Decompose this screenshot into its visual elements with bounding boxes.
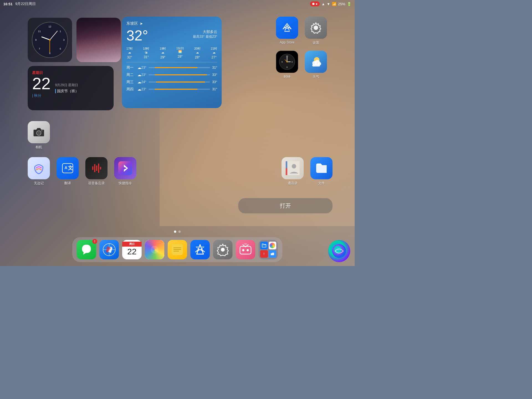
day-row-mon: 周一 ☁ 23° 31° <box>126 65 217 70</box>
cal-right: 9月29日 星期日 国庆节（班） <box>55 70 109 106</box>
app-contacts[interactable]: 通讯录 <box>282 157 304 186</box>
dock-photos-icon <box>145 240 164 259</box>
app-voice-memo[interactable]: 语音备忘录 <box>85 157 108 186</box>
dock-safari[interactable] <box>99 240 119 259</box>
day-thu-high: 31° <box>212 87 217 91</box>
app-files[interactable]: 文件 <box>310 157 332 186</box>
dock-messages[interactable]: ! <box>77 240 96 259</box>
app-shortcuts-label: 快捷指令 <box>119 181 132 186</box>
hour-20-time: 20时 <box>194 47 201 51</box>
app-translate-icon: A 文 <box>57 157 79 179</box>
app-clock-icon: 12 3 6 9 <box>276 51 298 73</box>
clock-face: 12 1 3 5 6 7 9 11 <box>32 22 68 58</box>
svg-rect-38 <box>173 247 181 248</box>
day-tue-low: 23° <box>141 73 146 77</box>
day-mon-bar-fill <box>155 67 198 68</box>
day-wed-high: 33° <box>212 80 217 84</box>
app-settings[interactable]: 设置 <box>305 17 327 45</box>
app-camera[interactable]: 相机 <box>28 121 50 150</box>
weather-condition: 大部多云 最高33° 最低23° <box>193 29 217 39</box>
messages-badge: ! <box>92 239 97 244</box>
dock-folder-icon-1 <box>260 242 268 249</box>
clock-9: 9 <box>35 39 37 41</box>
svg-rect-19 <box>92 166 93 170</box>
dock-appstore[interactable] <box>190 240 210 259</box>
app-voice-memo-label: 语音备忘录 <box>88 181 105 186</box>
wifi-icon2: 📶 <box>332 2 336 6</box>
svg-text:A: A <box>285 24 290 32</box>
cal-event: 国庆节（班） <box>55 89 109 94</box>
dock-folder[interactable]: ! <box>259 240 278 259</box>
day-tue-icon: ☁ <box>137 73 141 77</box>
svg-rect-24 <box>118 161 132 175</box>
dock-photos[interactable] <box>145 240 164 259</box>
clock-center <box>49 39 51 41</box>
app-grid-right: A App Store 设置 12 3 6 9 <box>276 17 327 79</box>
svg-rect-23 <box>100 167 101 170</box>
day-mon-high: 31° <box>212 66 217 70</box>
dock-folder-icon-2 <box>269 242 277 249</box>
app-shortcuts[interactable]: 快捷指令 <box>114 157 136 186</box>
hour-18-icon: 🌤 <box>143 51 149 54</box>
dock-calendar[interactable]: 周日 22 <box>122 240 142 259</box>
day-tue-name: 周二 <box>126 72 137 77</box>
app-camera-label: 相机 <box>35 145 42 150</box>
svg-text:9: 9 <box>282 61 283 63</box>
minute-hand <box>50 30 58 40</box>
cal-left: 星期日 22 秋分 <box>32 70 51 106</box>
svg-rect-21 <box>96 165 97 171</box>
app-translate[interactable]: A 文 翻译 <box>57 157 79 186</box>
app-files-label: 文件 <box>318 181 325 186</box>
clock-1: 1 <box>60 30 61 33</box>
svg-point-48 <box>332 244 346 258</box>
app-camera-icon <box>28 121 50 143</box>
photo-figure <box>76 18 121 62</box>
dock-folder-icon-3: ! <box>260 250 268 258</box>
app-weather[interactable]: 天气 <box>305 51 327 79</box>
svg-point-10 <box>287 61 288 63</box>
app-appstore[interactable]: A App Store <box>276 17 298 45</box>
hour-20-icon: ☁ <box>194 51 201 54</box>
weather-temp-row: 32° 大部多云 最高33° 最低23° <box>126 27 217 44</box>
svg-text:A: A <box>65 165 67 170</box>
page-dot-1[interactable] <box>174 231 176 233</box>
app-wubianjie-icon <box>28 157 50 179</box>
weather-widget[interactable]: 东坡区 ➤ 32° 大部多云 最高33° 最低23° 17时 ☁ 32° 18时… <box>122 17 222 108</box>
cal-day: 22 <box>32 75 51 92</box>
svg-point-44 <box>247 249 249 251</box>
day-row-thu: 周四 ☁ 23° 31° <box>126 87 217 92</box>
dock-settings[interactable] <box>213 240 232 259</box>
svg-point-1 <box>314 25 318 30</box>
photo-widget[interactable] <box>76 18 121 62</box>
day-mon-bar <box>149 67 210 68</box>
calendar-widget[interactable]: 星期日 22 秋分 9月29日 星期日 国庆节（班） <box>28 66 114 110</box>
hour-20-temp: 28° <box>194 55 201 59</box>
app-settings-icon <box>305 17 327 39</box>
hour-18-temp: 31° <box>143 55 149 59</box>
day-row-wed: 周三 ☁ 24° 33° <box>126 80 217 85</box>
dock-notes[interactable] <box>168 240 187 259</box>
day-thu-bar <box>149 89 210 90</box>
main-apps-row1-right: 通讯录 文件 <box>282 157 332 186</box>
clock-widget[interactable]: 12 1 3 5 6 7 9 11 <box>28 18 72 62</box>
dock-bilibili[interactable]: HD <box>236 240 255 259</box>
app-weather-icon <box>305 51 327 73</box>
svg-rect-39 <box>173 249 181 250</box>
app-clock[interactable]: 12 3 6 9 时钟 <box>276 51 298 79</box>
weather-hourly: 17时 ☁ 32° 18时 🌤 31° 19时 ☁ 29° 19:01 🌅 28… <box>126 47 217 62</box>
app-translate-label: 翻译 <box>64 181 71 186</box>
day-tue-bar <box>149 74 210 75</box>
app-wubianjie[interactable]: 无边记 <box>28 157 50 186</box>
page-dot-2[interactable] <box>178 231 181 233</box>
day-wed-name: 周三 <box>126 80 137 85</box>
hour-21: 21时 ☁ 27° <box>211 47 217 59</box>
svg-point-28 <box>292 164 296 168</box>
siri-button[interactable] <box>328 240 350 262</box>
app-clock-label: 时钟 <box>284 75 290 79</box>
app-appstore-label: App Store <box>280 40 294 44</box>
day-mon-icon: ☁ <box>137 65 141 70</box>
open-button[interactable]: 打开 <box>238 198 332 213</box>
battery-level: 25% <box>338 2 345 6</box>
hour-1901-temp: 28° <box>176 55 184 58</box>
app-voice-memo-icon <box>85 157 108 179</box>
